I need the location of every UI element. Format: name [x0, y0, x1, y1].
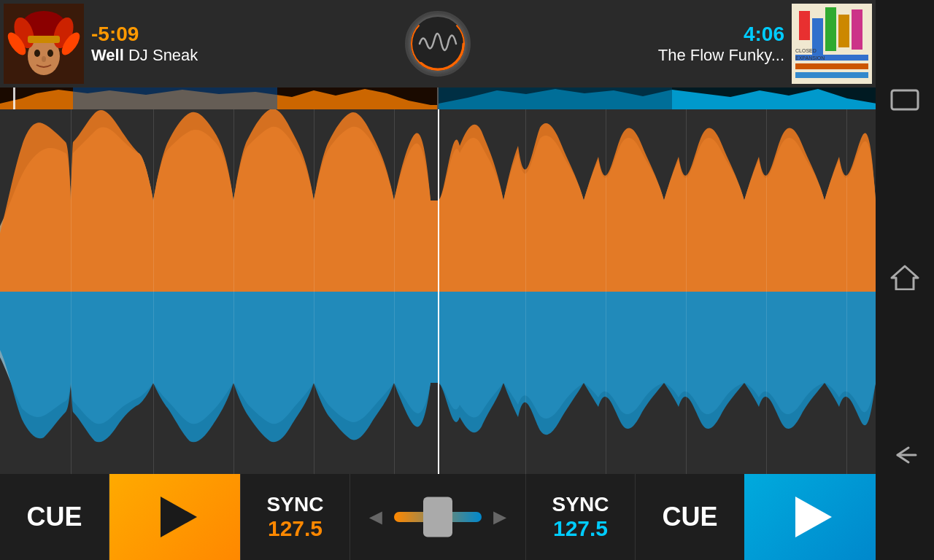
mini-waveform-bar — [0, 88, 876, 109]
svg-rect-25 — [13, 88, 15, 109]
svg-rect-7 — [28, 36, 60, 43]
svg-rect-16 — [825, 7, 836, 51]
time-right: 4:06 — [489, 23, 784, 46]
time-left: -5:09 — [91, 23, 387, 46]
svg-rect-17 — [838, 15, 849, 47]
sidebar-back-icon[interactable] — [890, 444, 919, 471]
pitch-fader[interactable]: ◄ ► — [350, 474, 525, 560]
album-art-right[interactable]: CLOSED EXPANSION — [792, 4, 872, 84]
track-info-right: 4:06 The Flow Funky... — [482, 23, 792, 65]
svg-text:CLOSED: CLOSED — [795, 48, 817, 53]
album-art-left[interactable] — [4, 4, 84, 84]
svg-rect-21 — [795, 72, 868, 78]
spin-logo-container[interactable] — [394, 11, 482, 77]
pitch-handle[interactable] — [423, 497, 452, 537]
pitch-track[interactable] — [394, 512, 482, 522]
title-right: The Flow Funky... — [489, 46, 784, 65]
title-left: Well DJ Sneak — [91, 46, 387, 65]
waveform-area[interactable] — [0, 109, 876, 474]
svg-text:EXPANSION: EXPANSION — [795, 55, 825, 61]
svg-rect-31 — [892, 90, 918, 109]
pitch-arrow-right-icon[interactable]: ► — [489, 505, 511, 529]
play-button-right[interactable] — [744, 474, 876, 560]
cue-button-left[interactable]: CUE — [0, 474, 109, 560]
svg-rect-20 — [795, 63, 868, 69]
playhead-line — [438, 109, 439, 474]
track-info-left: -5:09 Well DJ Sneak — [84, 23, 394, 65]
play-icon-right — [795, 497, 832, 537]
header: -5:09 Well DJ Sneak 4:06 The Flow Funky.… — [0, 0, 876, 88]
svg-marker-32 — [892, 266, 918, 289]
spin-logo[interactable] — [405, 11, 471, 77]
sidebar-home-icon[interactable] — [890, 265, 919, 295]
sync-section-left[interactable]: SYNC 127.5 — [241, 474, 350, 560]
svg-rect-26 — [73, 88, 277, 109]
svg-point-11 — [410, 16, 466, 71]
pitch-arrow-left-icon[interactable]: ◄ — [365, 505, 387, 529]
svg-rect-14 — [799, 11, 810, 40]
sidebar-screen-icon[interactable] — [890, 89, 919, 116]
svg-point-12 — [412, 18, 463, 69]
sync-section-right[interactable]: SYNC 127.5 — [525, 474, 635, 560]
cue-button-right[interactable]: CUE — [635, 474, 744, 560]
sidebar — [876, 0, 934, 560]
svg-point-10 — [42, 56, 46, 62]
svg-rect-28 — [439, 88, 672, 109]
svg-point-8 — [34, 50, 40, 57]
play-icon-left — [161, 497, 197, 537]
bottom-controls: CUE SYNC 127.5 ◄ ► SYNC 127.5 CUE — [0, 474, 876, 560]
svg-point-9 — [47, 50, 53, 57]
svg-rect-18 — [852, 9, 862, 50]
play-button-left[interactable] — [109, 474, 241, 560]
